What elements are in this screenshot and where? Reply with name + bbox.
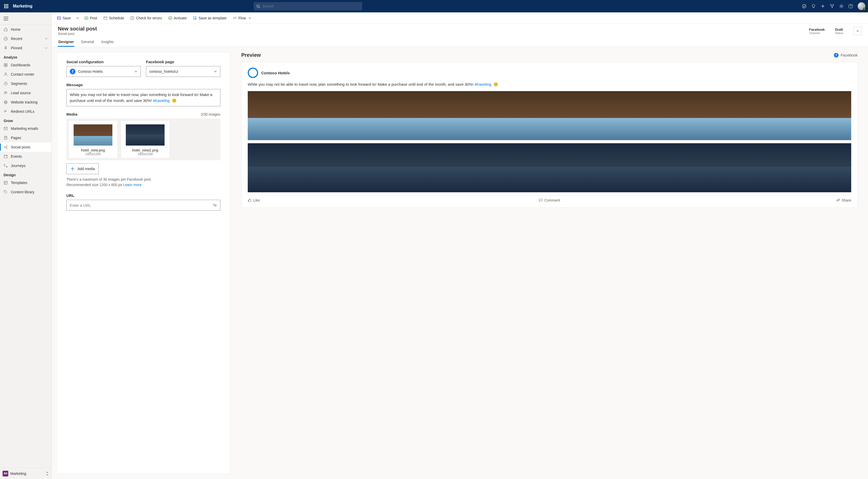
filter-icon[interactable] [830,4,834,8]
fb-page-value: contoso_hotels/cz [149,69,178,74]
svg-rect-32 [4,155,7,158]
social-config-value: Contoso Hotels [78,69,103,74]
svg-point-35 [7,167,7,168]
url-input[interactable] [70,203,213,207]
channel-field: Facebook Channel [809,28,825,35]
message-textarea[interactable]: While you may not be able to travel now,… [66,89,220,106]
nav-toggle-icon[interactable] [4,17,8,21]
home-icon [4,27,8,32]
nav-redirect-urls[interactable]: Redirect URLs [0,107,52,116]
save-dropdown[interactable] [75,17,80,20]
segments-icon [4,81,8,86]
preview-title: Preview [241,52,261,58]
user-avatar[interactable] [858,2,865,10]
expand-header-button[interactable] [854,27,862,35]
status-field: Draft Status [835,28,843,35]
share-button[interactable]: Share [717,198,851,202]
activate-button[interactable]: Activate [166,14,189,22]
nav-section-grow: Grow [0,116,52,124]
add-media-button[interactable]: Add media [66,163,99,174]
chevron-down-icon [856,29,859,33]
target-icon[interactable] [802,4,807,8]
header-actions [802,2,865,10]
nav-label: Dashboards [11,63,30,67]
person-icon [4,72,8,76]
search-box[interactable] [254,2,362,10]
app-launcher-icon[interactable] [3,3,10,10]
nav-dashboards[interactable]: Dashboards [0,60,52,70]
post-button[interactable]: Post [82,14,99,22]
people-icon [4,91,8,95]
nav-footer[interactable]: AN Marketing [0,468,52,479]
lightbulb-icon[interactable] [811,4,816,8]
nav-label: Home [11,27,21,32]
svg-rect-12 [4,64,5,65]
facebook-icon: f [834,53,839,58]
mail-icon [4,127,8,131]
nav-segments[interactable]: Segments [0,79,52,88]
nav-label: Pages [11,136,21,140]
like-button[interactable]: Like [248,198,382,202]
share-icon [836,198,840,202]
page-title: New social post [58,26,97,32]
redirect-icon [4,109,8,113]
smile-emoji: 🙂 [172,98,177,104]
save-icon [57,16,61,20]
comment-button[interactable]: Comment [382,198,717,202]
nav-label: Segments [11,81,27,86]
media-item[interactable]: hotel_view2.png 1800x1200 [121,121,170,158]
nav-marketing-emails[interactable]: Marketing emails [0,124,52,133]
media-filename: hotel_view.png [71,148,115,152]
svg-point-27 [4,146,5,148]
check-circle-icon [168,16,172,20]
media-help-text: There's a maximum of 30 images per Faceb… [66,177,220,187]
fb-page-select[interactable]: contoso_hotels/cz [146,66,220,77]
nav-social-posts[interactable]: Social posts [0,142,52,152]
learn-more-link[interactable]: Learn more [123,183,142,187]
schedule-button[interactable]: Schedule [101,14,126,22]
main-area: Save Post Schedule Check for errors Acti… [52,12,868,479]
preview-card: Contoso Hotels While you may not be able… [241,62,858,208]
tab-designer[interactable]: Designer [58,38,74,47]
help-icon[interactable] [848,4,853,8]
nav-label: Templates [11,181,27,185]
nav-events[interactable]: Events [0,152,52,161]
social-config-select[interactable]: f Contoso Hotels [66,66,141,77]
svg-rect-14 [4,65,5,67]
nav-website-tracking[interactable]: Website tracking [0,98,52,107]
save-button[interactable]: Save [55,14,73,22]
tab-insights[interactable]: Insights [101,38,114,47]
page-subtitle: Social post [58,32,97,36]
nav-recent[interactable]: Recent [0,34,52,43]
nav-contact-center[interactable]: Contact center [0,70,52,79]
chevron-down-icon [76,17,79,20]
check-errors-button[interactable]: Check for errors [128,14,164,22]
chevron-down-icon [214,70,217,73]
nav-lead-source[interactable]: Lead source [0,88,52,98]
nav-label: Pinned [11,46,22,50]
nav-pages[interactable]: Pages [0,133,52,142]
media-thumbnail [74,125,113,145]
nav-label: Marketing emails [11,127,38,131]
flow-button[interactable]: Flow [231,14,253,22]
gear-icon[interactable] [839,4,844,8]
svg-line-30 [5,146,6,147]
save-template-button[interactable]: Save as template [191,14,228,22]
nav-content-library[interactable]: Content library [0,187,52,197]
nav-home[interactable]: Home [0,25,52,34]
media-filename: hotel_view2.png [123,148,167,152]
preview-actions: Like Comment Share [248,195,851,202]
search-input[interactable] [262,4,360,8]
nav-label: Contact center [11,72,34,76]
nav-pinned[interactable]: Pinned [0,43,52,53]
nav-journeys[interactable]: Journeys [0,161,52,170]
media-dimensions: 1800x1200 [123,152,167,156]
svg-rect-23 [4,127,7,130]
plus-icon[interactable] [820,4,825,8]
preview-channel: f Facebook [834,53,858,58]
media-item[interactable]: hotel_view.png 1800x1200 [68,121,118,158]
nav-templates[interactable]: Templates [0,178,52,187]
tab-general[interactable]: General [81,38,95,47]
plus-icon [70,167,75,171]
link-icon[interactable] [213,203,217,207]
